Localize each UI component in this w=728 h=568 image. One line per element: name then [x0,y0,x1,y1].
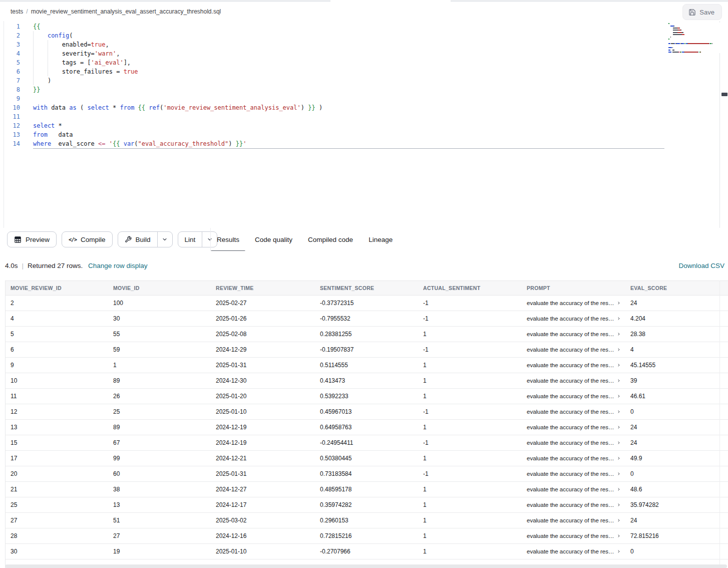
code-line[interactable]: from data [33,130,322,139]
code-editor[interactable]: 1234567891011121314 {{ config( enabled=t… [0,21,728,228]
table-cell: 2024-12-21 [211,455,315,462]
tab-lineage[interactable]: Lineage [362,228,399,251]
prompt-expand-icon[interactable] [617,455,621,462]
table-cell: 2025-01-26 [211,315,315,322]
tab-compiled-code[interactable]: Compiled code [302,228,359,251]
breadcrumb-folder[interactable]: tests [11,8,23,15]
preview-button[interactable]: Preview [7,231,57,247]
prompt-expand-icon[interactable] [617,393,621,400]
table-cell: 0.413473 [315,377,418,384]
preview-button-label: Preview [26,236,50,243]
chevron-down-icon [162,236,168,242]
table-cell: 1 [418,486,522,493]
table-cell: 27 [108,532,211,539]
code-line[interactable]: {{ [33,22,322,31]
line-gutter: 1234567891011121314 [0,22,20,148]
prompt-expand-icon[interactable] [617,424,621,431]
table-cell: 6 [6,346,108,353]
column-header: EVAL_SCORE [625,281,728,295]
prompt-expand-icon[interactable] [617,548,621,555]
table-cell: 35.974282 [625,501,728,508]
change-row-display-link[interactable]: Change row display [88,262,148,269]
prompt-expand-icon[interactable] [617,346,621,353]
code-line[interactable]: store_failures = true [33,67,322,76]
results-scrollbar-track[interactable] [719,280,720,564]
prompt-expand-icon[interactable] [617,501,621,508]
code-line[interactable]: with data as ( select * from {{ ref('mov… [33,103,322,112]
download-csv-link[interactable]: Download CSV [678,262,724,269]
code-line[interactable] [33,94,322,103]
prompt-expand-icon[interactable] [617,532,621,539]
table-cell: 9 [6,362,108,369]
prompt-expand-icon[interactable] [617,331,621,338]
tab-results[interactable]: Results [211,228,245,251]
lint-button[interactable]: Lint [178,232,202,247]
table-body: 21002025-02-27-0.37372315-1evaluate the … [6,296,728,568]
prompt-expand-icon[interactable] [617,470,621,477]
table-cell: evaluate the accuracy of the res… [522,532,625,539]
minimap[interactable] [668,23,724,53]
line-number: 9 [0,94,20,103]
prompt-expand-icon[interactable] [617,377,621,384]
prompt-expand-icon[interactable] [617,315,621,322]
code-line[interactable]: select * [33,121,322,130]
table-cell: 100 [108,300,211,307]
table-cell: evaluate the accuracy of the res… [522,331,625,338]
code-line[interactable]: }} [33,85,322,94]
code-line[interactable]: ) [33,76,322,85]
code-line[interactable]: enabled=true, [33,40,322,49]
table-cell: 72.815216 [625,532,728,539]
prompt-expand-icon[interactable] [617,362,621,369]
table-cell: 89 [108,377,211,384]
line-number: 11 [0,112,20,121]
table-cell: 49.9 [625,455,728,462]
table-cell: 2024-12-16 [211,532,315,539]
prompt-expand-icon[interactable] [617,486,621,493]
prompt-expand-icon[interactable] [617,517,621,524]
table-cell: 55 [108,331,211,338]
table-cell: 25 [6,501,108,508]
prompt-text: evaluate the accuracy of the res… [527,533,614,539]
table-cell: 2024-12-30 [211,377,315,384]
table-row: 25132024-12-170.359742821evaluate the ac… [6,497,728,513]
table-row: 11262025-01-200.53922331evaluate the acc… [6,389,728,404]
table-cell: -1 [418,408,522,415]
table-cell: -1 [418,315,522,322]
tab-code-quality[interactable]: Code quality [249,228,298,251]
table-cell: 13 [6,424,108,431]
column-header: PROMPT [522,281,625,295]
code-line[interactable]: severity='warn', [33,49,322,58]
code-line[interactable]: config( [33,31,322,40]
table-cell: evaluate the accuracy of the res… [522,393,625,400]
save-button[interactable]: Save [682,4,722,20]
table-cell: 1 [108,362,211,369]
prompt-text: evaluate the accuracy of the res… [527,486,614,492]
table-cell: 2025-01-20 [211,393,315,400]
code-line[interactable] [33,112,322,121]
code-lines[interactable]: {{ config( enabled=true, severity='warn'… [33,22,322,148]
prompt-expand-icon[interactable] [617,300,621,307]
prompt-expand-icon[interactable] [617,408,621,415]
table-cell: 89 [108,424,211,431]
table-cell: 1 [418,362,522,369]
line-number: 2 [0,31,20,40]
table-cell: -0.24954411 [315,439,418,446]
scrollbar-marker[interactable] [721,93,727,96]
build-dropdown[interactable] [157,232,172,247]
table-cell: 2025-02-08 [211,331,315,338]
table-cell: 38 [108,486,211,493]
build-button[interactable]: Build [118,232,157,247]
bottom-scrollbar[interactable] [5,564,727,568]
table-cell: evaluate the accuracy of the res… [522,470,625,477]
status-pipe: | [22,262,24,269]
prompt-expand-icon[interactable] [617,439,621,446]
build-button-group: Build [118,231,173,247]
code-line[interactable]: tags = ['ai_eval'], [33,58,322,67]
compile-button[interactable]: </> Compile [62,231,113,247]
table-row: 15672024-12-19-0.24954411-1evaluate the … [6,435,728,451]
prompt-text: evaluate the accuracy of the res… [527,440,614,446]
table-cell: evaluate the accuracy of the res… [522,300,625,307]
table-cell: 0.5114555 [315,362,418,369]
code-line[interactable]: where eval_score <= '{{ var("eval_accura… [33,139,322,148]
table-cell: 1 [418,455,522,462]
